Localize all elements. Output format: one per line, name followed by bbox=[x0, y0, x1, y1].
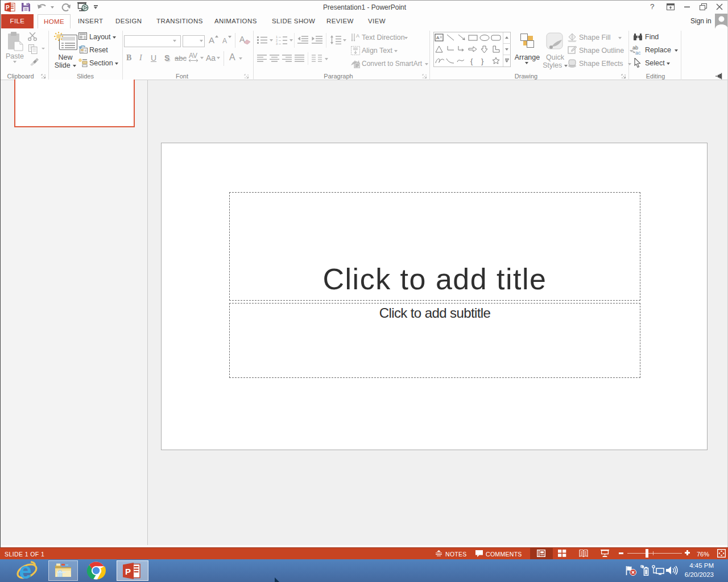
svg-text:}: } bbox=[481, 57, 484, 65]
svg-text:P: P bbox=[6, 5, 10, 11]
svg-text:P: P bbox=[125, 567, 131, 576]
svg-text:A: A bbox=[356, 33, 359, 39]
svg-text:ac: ac bbox=[635, 50, 641, 55]
svg-text:3: 3 bbox=[276, 42, 278, 45]
svg-text:{: { bbox=[470, 57, 473, 65]
svg-text:e: e bbox=[19, 560, 32, 581]
svg-text:A: A bbox=[436, 35, 440, 40]
